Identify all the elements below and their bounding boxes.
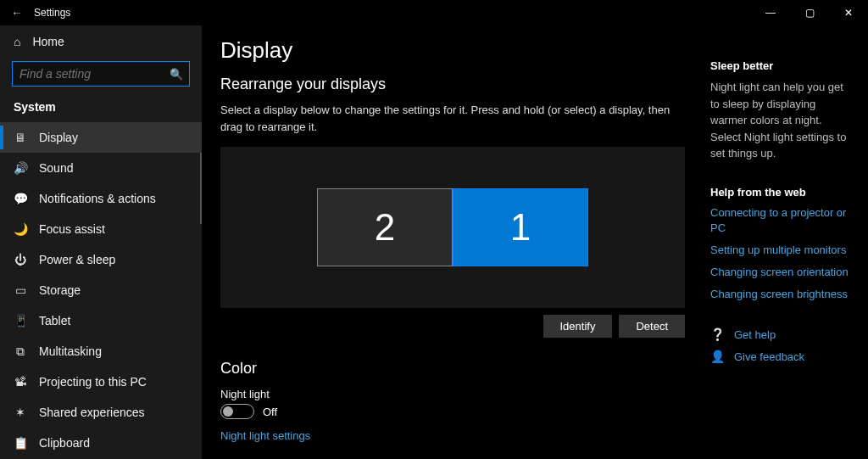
monitor-2[interactable]: 2 [317, 188, 453, 266]
toggle-knob [223, 406, 233, 417]
sidebar-item-label: Shared experiences [39, 406, 145, 419]
help-from-web-title: Help from the web [710, 186, 854, 199]
tablet-icon: 📱 [14, 314, 27, 327]
search-input[interactable] [19, 67, 170, 81]
night-light-state: Off [263, 406, 277, 418]
help-icon: ❔ [710, 327, 724, 341]
storage-icon: ▭ [14, 283, 27, 297]
window-title: Settings [34, 7, 70, 19]
sidebar-item-label: Projecting to this PC [39, 375, 147, 389]
identify-button[interactable]: Identify [543, 315, 613, 338]
sleep-better-body: Night light can help you get to sleep by… [710, 79, 854, 162]
feedback-icon: 👤 [710, 350, 724, 363]
sidebar-item-label: Storage [39, 283, 81, 297]
sidebar-item-focus-assist[interactable]: 🌙Focus assist [0, 214, 202, 244]
shared-experiences-icon: ✶ [14, 406, 27, 419]
sidebar: ⌂ Home 🔍 System ⌃ 🖥Display🔊Sound💬Notific… [0, 25, 202, 459]
sidebar-item-notifications-actions[interactable]: 💬Notifications & actions [0, 183, 202, 214]
back-button[interactable]: ← [0, 6, 34, 20]
home-label: Home [32, 35, 64, 48]
maximize-button[interactable]: ▢ [790, 0, 829, 25]
home-icon: ⌂ [14, 35, 20, 48]
display-icon: 🖥 [14, 131, 27, 144]
nav-list: ⌃ 🖥Display🔊Sound💬Notifications & actions… [0, 122, 202, 459]
minimize-button[interactable]: — [751, 0, 790, 25]
rearrange-heading: Rearrange your displays [220, 76, 690, 93]
close-button[interactable]: ✕ [829, 0, 868, 25]
home-nav[interactable]: ⌂ Home [0, 25, 202, 58]
power-sleep-icon: ⏻ [14, 253, 27, 266]
detect-button[interactable]: Detect [619, 315, 685, 338]
category-label: System [0, 95, 202, 122]
sidebar-item-label: Multitasking [39, 344, 102, 358]
sidebar-item-label: Tablet [39, 314, 70, 327]
get-help-row[interactable]: ❔ Get help [710, 327, 854, 341]
monitor-1[interactable]: 1 [453, 188, 588, 266]
sidebar-item-storage[interactable]: ▭Storage [0, 275, 202, 305]
sidebar-item-projecting-to-this-pc[interactable]: 📽Projecting to this PC [0, 367, 202, 397]
rearrange-desc: Select a display below to change the set… [220, 102, 690, 135]
sidebar-item-shared-experiences[interactable]: ✶Shared experiences [0, 397, 202, 428]
display-arrange-area[interactable]: 2 1 [220, 147, 685, 308]
web-help-link[interactable]: Changing screen brightness [710, 287, 854, 302]
notifications-actions-icon: 💬 [14, 192, 27, 205]
sidebar-item-label: Clipboard [39, 436, 90, 450]
search-icon: 🔍 [170, 68, 183, 81]
sidebar-item-multitasking[interactable]: ⧉Multitasking [0, 336, 202, 367]
web-help-link[interactable]: Setting up multiple monitors [710, 243, 854, 258]
give-feedback-link: Give feedback [734, 350, 804, 363]
multitasking-icon: ⧉ [14, 344, 27, 359]
search-box[interactable]: 🔍 [12, 61, 190, 87]
night-light-toggle[interactable] [220, 404, 254, 419]
sidebar-item-label: Power & sleep [39, 253, 115, 266]
sidebar-item-label: Notifications & actions [39, 192, 156, 205]
sidebar-item-label: Sound [39, 161, 73, 175]
sidebar-item-label: Focus assist [39, 222, 105, 236]
projecting-to-this-pc-icon: 📽 [14, 375, 27, 389]
page-title: Display [220, 37, 690, 64]
sidebar-item-tablet[interactable]: 📱Tablet [0, 305, 202, 336]
give-feedback-row[interactable]: 👤 Give feedback [710, 350, 854, 363]
color-heading: Color [220, 360, 690, 378]
web-help-link[interactable]: Changing screen orientation [710, 265, 854, 280]
night-light-settings-link[interactable]: Night light settings [220, 429, 690, 442]
aside: Sleep better Night light can help you ge… [710, 34, 868, 459]
web-help-link[interactable]: Connecting to a projector or PC [710, 205, 854, 236]
sound-icon: 🔊 [14, 161, 27, 175]
sleep-better-title: Sleep better [710, 59, 854, 72]
sidebar-item-display[interactable]: 🖥Display [0, 122, 202, 153]
sidebar-item-clipboard[interactable]: 📋Clipboard [0, 428, 202, 458]
sidebar-item-label: Display [39, 131, 78, 144]
clipboard-icon: 📋 [14, 436, 27, 450]
titlebar: ← Settings — ▢ ✕ [0, 0, 868, 25]
focus-assist-icon: 🌙 [14, 222, 27, 236]
sidebar-item-sound[interactable]: 🔊Sound [0, 153, 202, 183]
get-help-link: Get help [734, 328, 776, 341]
content: Display Rearrange your displays Select a… [220, 34, 710, 459]
night-light-label: Night light [220, 388, 690, 400]
sidebar-item-power-sleep[interactable]: ⏻Power & sleep [0, 244, 202, 275]
